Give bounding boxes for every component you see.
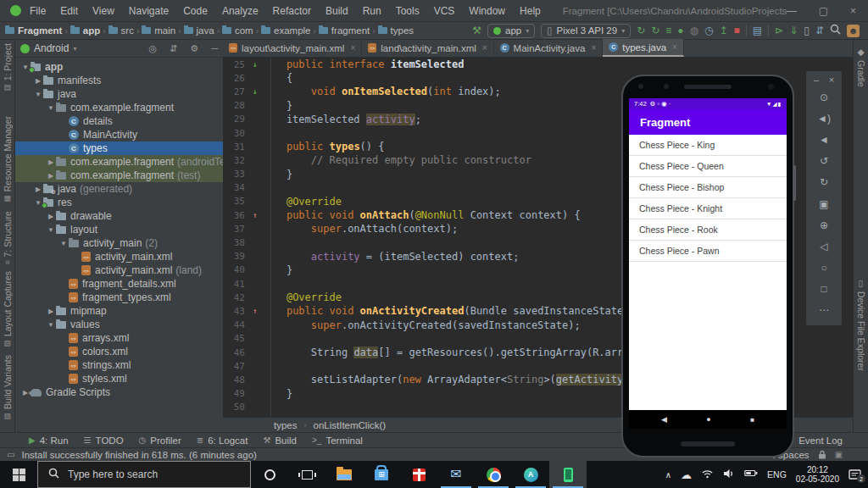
toolwindow-stripe-device-file-explorer[interactable]: ▯Device File Explorer xyxy=(856,278,866,371)
hide-panel-icon[interactable]: ─ xyxy=(211,43,218,54)
notifications-icon[interactable]: 2 xyxy=(849,469,861,480)
tree-item-drawable[interactable]: ▶drawable xyxy=(15,209,223,223)
tab-layout-activity-main-xml[interactable]: layout\activity_main.xml× xyxy=(223,39,362,57)
tree-item-types[interactable]: types xyxy=(15,141,223,155)
emulator-close-button[interactable]: × xyxy=(829,75,834,85)
emulator-screenshot-button[interactable]: ▣ xyxy=(806,193,842,214)
chrome-button[interactable] xyxy=(475,461,512,488)
toolwindow-stripe-project[interactable]: ▤1: Project xyxy=(3,43,13,92)
microsoft-store-button[interactable] xyxy=(363,461,400,488)
search-icon[interactable] xyxy=(830,24,841,37)
run-tasks-icon[interactable]: ≡ xyxy=(665,25,671,36)
file-explorer-button[interactable] xyxy=(326,461,363,488)
emulator-taskbar-button[interactable] xyxy=(549,461,587,488)
stop-icon[interactable]: ■ xyxy=(734,25,740,36)
android-overview-button[interactable]: ■ xyxy=(750,416,754,424)
emulator-volume-down-button[interactable]: ◄ xyxy=(806,129,842,150)
tray-expand-icon[interactable]: ∧ xyxy=(665,470,671,480)
android-studio-button[interactable]: A xyxy=(512,461,549,488)
editor-breadcrumb-item[interactable]: onListItemClick() xyxy=(314,420,387,430)
list-item[interactable]: Chess Piece - Knight xyxy=(629,198,787,219)
tree-item-com-example-fragment[interactable]: ▼com.example.fragment xyxy=(15,101,223,114)
list-item[interactable]: Chess Piece - King xyxy=(629,135,787,156)
menu-window[interactable]: Window xyxy=(469,5,505,17)
onedrive-icon[interactable]: ☁ xyxy=(681,469,692,481)
build-hammer-icon[interactable]: ⚒ xyxy=(472,25,481,36)
editor-breadcrumb-item[interactable]: types xyxy=(274,420,298,430)
close-icon[interactable]: × xyxy=(591,43,596,53)
device-file-explorer-icon[interactable]: ⇵ xyxy=(815,25,824,36)
android-back-button[interactable]: ◀ xyxy=(661,415,667,424)
toolwindow-button-build[interactable]: ⚒Build xyxy=(263,435,297,446)
menu-run[interactable]: Run xyxy=(363,5,381,17)
minimize-button[interactable]: — xyxy=(787,5,797,17)
mail-button[interactable]: ✉ xyxy=(437,461,475,488)
settings-icon[interactable]: ⚙ xyxy=(190,43,198,54)
toolwindow-button-todo[interactable]: ☰TODO xyxy=(84,435,124,446)
rerun-icon[interactable]: ↻ xyxy=(637,25,645,36)
tree-item-com-example-fragment[interactable]: ▶com.example.fragment(androidTest) xyxy=(15,155,223,169)
tab-land-activity-main-xml[interactable]: land\activity_main.xml× xyxy=(362,39,493,57)
breadcrumb-item-com[interactable]: com xyxy=(222,25,253,36)
attach-debugger-icon[interactable]: ↥ xyxy=(720,25,728,36)
menu-tools[interactable]: Tools xyxy=(396,5,420,17)
wifi-icon[interactable] xyxy=(701,469,714,481)
toolwindow-button-logcat[interactable]: ≣6: Logcat xyxy=(197,435,248,446)
tree-item-com-example-fragment[interactable]: ▶com.example.fragment(test) xyxy=(15,169,223,182)
emulator-overview-button[interactable]: □ xyxy=(806,279,842,300)
menu-help[interactable]: Help xyxy=(520,5,541,17)
tab-types-java[interactable]: types.java× xyxy=(603,39,684,57)
language-indicator[interactable]: ENG xyxy=(767,469,787,480)
tree-item-details[interactable]: details xyxy=(15,114,223,128)
tree-item-app[interactable]: ▼app xyxy=(15,60,223,74)
avd-manager-icon[interactable]: ⊳ xyxy=(775,25,783,36)
list-item[interactable]: Chess Piece - Bishop xyxy=(629,177,787,198)
tree-item-res[interactable]: ▼res xyxy=(15,196,223,209)
device-select[interactable]: ▯Pixel 3 API 29▾ xyxy=(541,24,631,38)
breadcrumb-item-java[interactable]: java xyxy=(184,25,214,36)
tree-item-gradle-scripts[interactable]: ▶Gradle Scripts xyxy=(15,385,223,399)
emulator-back-button[interactable]: ◁ xyxy=(806,236,842,257)
maximize-button[interactable]: ▢ xyxy=(819,5,828,17)
breadcrumb-item-types[interactable]: types xyxy=(378,25,415,36)
toolwindow-stripe-structure[interactable]: ≡7: Structure xyxy=(3,211,13,265)
emulator-more-button[interactable]: ⋯ xyxy=(806,300,842,321)
toolwindow-stripe-layout-captures[interactable]: ▧Layout Captures xyxy=(3,271,13,348)
menu-vcs[interactable]: VCS xyxy=(434,5,455,17)
emulator-home-button[interactable]: ○ xyxy=(806,258,842,279)
emulator-volume-up-button[interactable]: ◄) xyxy=(806,108,842,129)
list-item[interactable]: Chess Piece - Pawn xyxy=(629,241,787,262)
tree-item-fragment-details-xml[interactable]: fragment_details.xml xyxy=(15,277,223,291)
tree-item-mainactivity[interactable]: MainActivity xyxy=(15,128,223,141)
menu-edit[interactable]: Edit xyxy=(60,5,78,17)
taskbar-clock[interactable]: 20:12 02-05-2020 xyxy=(796,465,839,484)
list-item[interactable]: Chess Piece - Queen xyxy=(629,156,787,177)
tree-item-values[interactable]: ▼values xyxy=(15,318,223,331)
tree-item-colors-xml[interactable]: colors.xml xyxy=(15,345,223,358)
menu-build[interactable]: Build xyxy=(326,5,348,17)
tree-item-arrays-xml[interactable]: arrays.xml xyxy=(15,331,223,345)
tab-mainactivity-java[interactable]: MainActivity.java× xyxy=(494,39,604,57)
task-view-button[interactable] xyxy=(288,461,326,488)
run-config-select[interactable]: app▾ xyxy=(487,24,535,38)
taskbar-search[interactable]: Type here to search xyxy=(37,461,251,488)
tree-item-styles-xml[interactable]: styles.xml xyxy=(15,372,223,385)
toolwindow-stripe-resource-manager[interactable]: ▦Resource Manager xyxy=(3,116,13,203)
toolwindow-button-profiler[interactable]: ◷Profiler xyxy=(139,435,181,446)
emulator-rotate-right-button[interactable]: ↻ xyxy=(806,172,842,193)
list-item[interactable]: Chess Piece - Rook xyxy=(629,219,787,241)
sdk-manager-icon[interactable]: ⇓ xyxy=(789,25,798,36)
emulator-screen[interactable]: 7:42 ⚙ ▫ ◉ · ▼◢▮ Fragment Chess Piece - … xyxy=(629,98,787,429)
toolwindow-stripe-build-variants[interactable]: ▨Build Variants xyxy=(3,355,13,421)
project-view-select[interactable]: Android ▾ xyxy=(20,42,76,54)
layout-inspector-icon[interactable]: ▯ xyxy=(804,25,810,36)
tree-item-fragment-types-xml[interactable]: fragment_types.xml xyxy=(15,291,223,304)
debug-icon[interactable]: ● xyxy=(677,25,683,36)
toolwindow-button-terminal[interactable]: >_Terminal xyxy=(312,435,363,446)
profiler-icon[interactable]: ◷ xyxy=(704,25,713,36)
breadcrumb-item-Fragment[interactable]: Fragment xyxy=(5,25,62,36)
menu-file[interactable]: File xyxy=(30,5,46,17)
profile-avatar[interactable]: ☻ xyxy=(847,25,860,37)
volume-icon[interactable] xyxy=(723,469,735,481)
toolwindow-button-run[interactable]: ▶4: Run xyxy=(29,435,69,446)
